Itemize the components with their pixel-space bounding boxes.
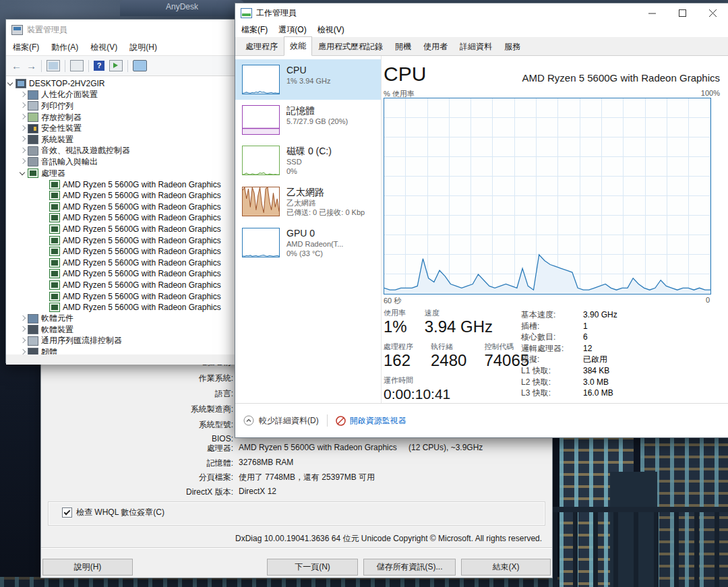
chevron-right-icon[interactable] [18,124,28,133]
menu-file[interactable]: 檔案(F) [241,24,268,36]
chevron-down-icon[interactable] [18,168,28,178]
toolbar-separator [41,60,42,72]
whql-checkbox[interactable] [62,507,72,518]
chip-icon [49,292,60,301]
tab-app-history[interactable]: 應用程式歷程記錄 [312,37,389,56]
help-icon[interactable]: ? [94,61,104,71]
scan-hardware-icon[interactable] [109,60,123,71]
dxdiag-label-bios: BIOS: [41,434,233,443]
help-button[interactable]: 說明(H) [42,559,133,576]
menu-help[interactable]: 說明(H) [129,42,157,53]
tree-row-cpu-6[interactable]: AMD Ryzen 5 5600G with Radeon Graphics [6,246,245,257]
chip-icon [49,236,60,245]
tree-row-processors[interactable]: 處理器 [6,168,245,179]
device-manager-titlebar[interactable]: 裝置管理員 [6,20,245,40]
chip-icon [49,247,60,256]
tree-row-cpu-10[interactable]: AMD Ryzen 5 5600G with Radeon Graphics [6,290,245,302]
tab-processes[interactable]: 處理程序 [239,37,284,56]
tree-row-hid[interactable]: 人性化介面裝置 [6,90,245,101]
menu-options[interactable]: 選項(O) [278,24,306,36]
sidebar-item-disk[interactable]: 磁碟 0 (C:)SSD0% [235,140,381,181]
whql-checkbox-row[interactable]: 檢查 WHQL 數位簽章(C) [62,507,164,518]
performance-sidebar: CPU1% 3.94 GHz 記憶體5.7/27.9 GB (20%) 磁碟 0… [235,56,382,404]
tree-row-cpu-9[interactable]: AMD Ryzen 5 5600G with Radeon Graphics [6,280,245,291]
tree-row-system-devices[interactable]: 系統裝置 [6,134,245,146]
sidebar-gpu-title: GPU 0 [286,228,343,239]
tree-row-computer[interactable]: DESKTOP-2HV2GIR [6,78,245,90]
task-manager-titlebar[interactable]: 工作管理員 [235,3,728,22]
menu-action[interactable]: 動作(A) [51,42,78,53]
chevron-right-icon[interactable] [18,348,28,354]
tree-row-cpu-3[interactable]: AMD Ryzen 5 5600G with Radeon Graphics [6,212,245,224]
chevron-right-icon[interactable] [18,325,28,334]
tree-label: 安全性裝置 [41,123,82,134]
detail-virtualization: 模擬:已啟用 [521,354,617,365]
chip-icon [49,303,60,312]
tree-row-cpu-5[interactable]: AMD Ryzen 5 5600G with Radeon Graphics [6,235,245,246]
tree-label: 韌體 [41,346,57,354]
anydesk-window-titlebar: AnyDesk [120,0,244,16]
tree-row-cpu-0[interactable]: AMD Ryzen 5 5600G with Radeon Graphics [6,179,245,190]
console-window-icon[interactable] [47,60,60,71]
chevron-right-icon[interactable] [18,157,28,166]
tab-startup[interactable]: 開機 [389,37,417,56]
exit-button[interactable]: 結束(X) [461,559,551,576]
maximize-button[interactable] [667,3,698,22]
tab-details[interactable]: 詳細資料 [454,37,498,56]
open-resource-monitor-label: 開啟資源監視器 [350,415,406,427]
menu-view[interactable]: 檢視(V) [317,24,344,36]
chevron-right-icon[interactable] [18,135,28,144]
tree-row-software-devices[interactable]: 軟體裝置 [6,324,245,336]
cpu-usage-graph[interactable] [384,98,711,295]
chevron-right-icon[interactable] [18,146,28,156]
ethernet-mini-graph [242,187,280,216]
tree-row-software-components[interactable]: 軟體元件 [6,313,245,324]
cpu-model-name: AMD Ryzen 5 5600G with Radeon Graphics [522,72,720,86]
save-all-info-button[interactable]: 儲存所有資訊(S)... [363,559,456,576]
device-tree: DESKTOP-2HV2GIR 人性化介面裝置 列印佇列 存放控制器 安全性裝置… [6,76,245,354]
properties-icon[interactable] [70,60,84,71]
chevron-right-icon[interactable] [18,113,28,122]
tree-row-cpu-1[interactable]: AMD Ryzen 5 5600G with Radeon Graphics [6,190,245,202]
less-details-button[interactable]: 較少詳細資料(D) [259,415,319,427]
stat-usage: 使用率1% [384,308,407,336]
tree-row-cpu-8[interactable]: AMD Ryzen 5 5600G with Radeon Graphics [6,268,245,280]
tree-row-audio-io[interactable]: 音訊輸入與輸出 [6,156,245,168]
dxdiag-value-processor-extra: (12 CPUs), ~3.9GHz [408,443,483,452]
remote-desktop-icon[interactable] [133,60,147,71]
tree-row-cpu-7[interactable]: AMD Ryzen 5 5600G with Radeon Graphics [6,257,245,269]
tree-row-firmware[interactable]: 韌體 [6,346,245,354]
next-page-button[interactable]: 下一頁(N) [267,559,358,576]
forward-arrow-icon[interactable]: → [26,61,36,71]
close-button[interactable] [698,3,728,22]
chevron-right-icon[interactable] [18,90,28,100]
tree-label: 處理器 [41,168,65,179]
minimize-button[interactable] [637,3,667,22]
tree-row-usb-controllers[interactable]: 通用序列匯流排控制器 [6,336,245,347]
usb-controller-icon [28,336,38,346]
menu-file[interactable]: 檔案(F) [13,42,39,53]
sidebar-item-gpu[interactable]: GPU 0AMD Radeon(T...0% (33 °C) [235,222,381,264]
back-arrow-icon[interactable]: ← [11,61,22,71]
chevron-right-icon[interactable] [18,314,28,323]
chevron-right-icon[interactable] [18,336,28,346]
tree-label: 軟體裝置 [41,324,73,336]
menu-view[interactable]: 檢視(V) [90,42,117,53]
tree-label: 通用序列匯流排控制器 [41,335,122,346]
sidebar-item-ethernet[interactable]: 乙太網路乙太網路已傳送: 0 已接收: 0 Kbp [235,181,381,222]
tab-performance[interactable]: 效能 [284,36,312,56]
tree-row-cpu-2[interactable]: AMD Ryzen 5 5600G with Radeon Graphics [6,202,245,213]
tree-row-cpu-11[interactable]: AMD Ryzen 5 5600G with Radeon Graphics [6,302,245,313]
tree-row-sound-controllers[interactable]: 音效、視訊及遊戲控制器 [6,146,245,157]
tree-row-storage-controllers[interactable]: 存放控制器 [6,112,245,123]
tab-services[interactable]: 服務 [498,37,526,56]
tree-row-cpu-4[interactable]: AMD Ryzen 5 5600G with Radeon Graphics [6,224,245,235]
chevron-right-icon[interactable] [18,101,28,111]
sidebar-item-cpu[interactable]: CPU1% 3.94 GHz [235,59,381,100]
sidebar-item-memory[interactable]: 記憶體5.7/27.9 GB (20%) [235,100,381,140]
tab-users[interactable]: 使用者 [417,37,454,56]
chevron-down-icon[interactable] [6,79,16,88]
open-resource-monitor-link[interactable]: 開啟資源監視器 [336,415,406,427]
tree-row-security-devices[interactable]: 安全性裝置 [6,123,245,134]
tree-row-print-queues[interactable]: 列印佇列 [6,100,245,112]
